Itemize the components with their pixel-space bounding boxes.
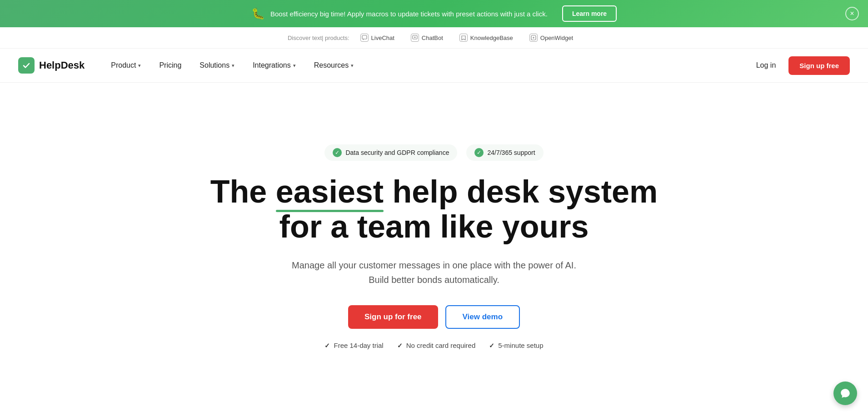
openwidget-icon bbox=[529, 34, 538, 42]
integrations-chevron-icon: ▾ bbox=[293, 63, 296, 69]
hero-subtitle-line1: Manage all your customer messages in one… bbox=[292, 260, 576, 270]
hero-section: ✓ Data security and GDPR compliance ✓ 24… bbox=[0, 83, 868, 416]
badge-security: ✓ Data security and GDPR compliance bbox=[324, 144, 457, 161]
announcement-content: 🐛 Boost efficiency big time! Apply macro… bbox=[251, 5, 617, 22]
nav-solutions-label: Solutions bbox=[200, 61, 229, 69]
hero-subtitle-line2: Build better bonds automatically. bbox=[369, 275, 499, 285]
svg-rect-0 bbox=[362, 35, 367, 39]
product-link-chatbot[interactable]: ChatBot bbox=[404, 32, 450, 44]
logo-text: HelpDesk bbox=[39, 59, 85, 71]
perk-no-card-text: No credit card required bbox=[406, 342, 476, 349]
signup-button[interactable]: Sign up free bbox=[788, 56, 850, 75]
livechat-icon bbox=[360, 34, 369, 42]
chatbot-label: ChatBot bbox=[422, 35, 443, 41]
hero-perks: ✓ Free 14-day trial ✓ No credit card req… bbox=[324, 342, 543, 349]
bug-icon: 🐛 bbox=[251, 7, 265, 20]
login-button[interactable]: Log in bbox=[751, 58, 782, 73]
logo-icon bbox=[18, 57, 35, 74]
perk-setup-text: 5-minute setup bbox=[498, 342, 543, 349]
product-link-openwidget[interactable]: OpenWidget bbox=[522, 32, 580, 44]
livechat-label: LiveChat bbox=[371, 35, 394, 41]
trial-check-icon: ✓ bbox=[324, 342, 330, 349]
chat-widget-icon bbox=[839, 387, 851, 399]
hero-buttons: Sign up for free View demo bbox=[348, 305, 520, 329]
nav-actions: Log in Sign up free bbox=[751, 56, 850, 75]
product-links: LiveChat ChatBot KnowledgeBase OpenWidge… bbox=[353, 32, 581, 44]
svg-rect-4 bbox=[21, 60, 31, 70]
solutions-chevron-icon: ▾ bbox=[232, 63, 234, 69]
security-check-icon: ✓ bbox=[333, 148, 342, 157]
hero-signup-button[interactable]: Sign up for free bbox=[348, 305, 438, 329]
chat-widget[interactable] bbox=[833, 381, 857, 405]
close-banner-button[interactable]: × bbox=[845, 7, 859, 20]
product-chevron-icon: ▾ bbox=[138, 63, 141, 69]
nav-item-pricing[interactable]: Pricing bbox=[151, 58, 190, 73]
badge-support: ✓ 24/7/365 support bbox=[466, 144, 543, 161]
product-bar: Discover text| products: LiveChat ChatBo… bbox=[0, 27, 868, 49]
nav-item-product[interactable]: Product ▾ bbox=[103, 58, 149, 73]
product-link-knowledgebase[interactable]: KnowledgeBase bbox=[452, 32, 520, 44]
resources-chevron-icon: ▾ bbox=[351, 63, 354, 69]
perk-no-card: ✓ No credit card required bbox=[397, 342, 476, 349]
nav-item-integrations[interactable]: Integrations ▾ bbox=[244, 58, 304, 73]
knowledgebase-label: KnowledgeBase bbox=[470, 35, 513, 41]
hero-title: The easiest help desk system for a team … bbox=[210, 174, 658, 244]
hero-subtitle: Manage all your customer messages in one… bbox=[292, 258, 576, 287]
highlighted-word: easiest bbox=[276, 174, 384, 209]
nav-item-resources[interactable]: Resources ▾ bbox=[306, 58, 362, 73]
badges: ✓ Data security and GDPR compliance ✓ 24… bbox=[324, 144, 543, 161]
nav-item-solutions[interactable]: Solutions ▾ bbox=[191, 58, 243, 73]
perk-setup: ✓ 5-minute setup bbox=[489, 342, 543, 349]
knowledgebase-icon bbox=[459, 34, 468, 42]
badge-support-text: 24/7/365 support bbox=[487, 149, 535, 156]
hero-title-line2: for a team like yours bbox=[210, 209, 658, 244]
hero-title-line1: The easiest help desk system bbox=[210, 174, 658, 209]
setup-check-icon: ✓ bbox=[489, 342, 494, 349]
openwidget-label: OpenWidget bbox=[540, 35, 573, 41]
chatbot-icon bbox=[411, 34, 419, 42]
svg-point-2 bbox=[414, 37, 415, 38]
support-check-icon: ✓ bbox=[474, 148, 484, 157]
product-link-livechat[interactable]: LiveChat bbox=[353, 32, 402, 44]
nav-integrations-label: Integrations bbox=[253, 61, 291, 69]
nav-resources-label: Resources bbox=[314, 61, 349, 69]
perk-trial-text: Free 14-day trial bbox=[334, 342, 383, 349]
nav-items: Product ▾ Pricing Solutions ▾ Integratio… bbox=[103, 58, 750, 73]
announcement-banner: 🐛 Boost efficiency big time! Apply macro… bbox=[0, 0, 868, 27]
nav-pricing-label: Pricing bbox=[159, 61, 181, 69]
discover-text: Discover text| products: bbox=[288, 35, 349, 41]
hero-demo-button[interactable]: View demo bbox=[445, 305, 520, 329]
announcement-text: Boost efficiency big time! Apply macros … bbox=[270, 10, 548, 18]
logo[interactable]: HelpDesk bbox=[18, 57, 85, 74]
main-nav: HelpDesk Product ▾ Pricing Solutions ▾ I… bbox=[0, 49, 868, 83]
perk-trial: ✓ Free 14-day trial bbox=[324, 342, 383, 349]
learn-more-button[interactable]: Learn more bbox=[562, 5, 617, 22]
no-card-check-icon: ✓ bbox=[397, 342, 403, 349]
nav-product-label: Product bbox=[111, 61, 136, 69]
badge-security-text: Data security and GDPR compliance bbox=[345, 149, 449, 156]
